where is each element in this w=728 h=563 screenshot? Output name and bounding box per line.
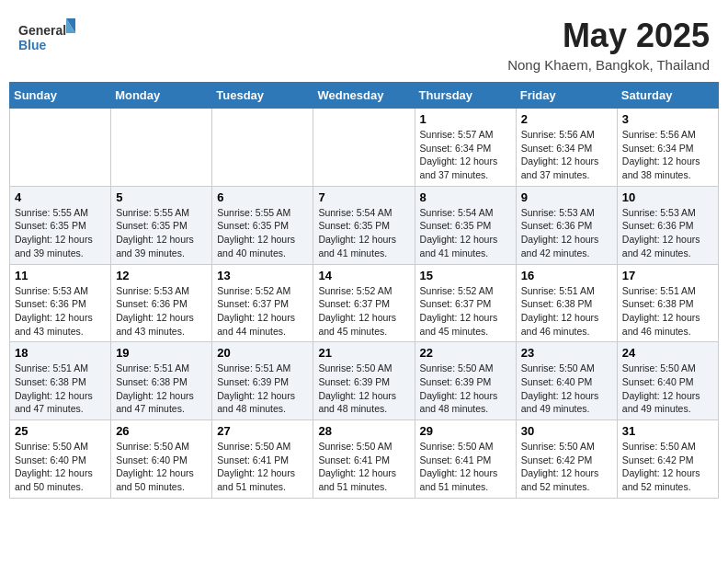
calendar-day-cell [111,109,212,187]
day-info: Sunrise: 5:52 AMSunset: 6:37 PMDaylight:… [420,284,511,339]
calendar-day-cell: 17Sunrise: 5:51 AMSunset: 6:38 PMDayligh… [617,264,718,342]
calendar-week-row: 18Sunrise: 5:51 AMSunset: 6:38 PMDayligh… [10,342,719,420]
calendar-day-cell: 15Sunrise: 5:52 AMSunset: 6:37 PMDayligh… [415,264,516,342]
calendar-week-row: 25Sunrise: 5:50 AMSunset: 6:40 PMDayligh… [10,420,719,499]
weekday-header-cell: Tuesday [212,83,313,109]
svg-text:General: General [18,23,66,38]
day-number: 30 [521,424,612,438]
day-number: 10 [622,190,713,204]
day-number: 7 [318,190,409,204]
svg-text:Blue: Blue [18,38,47,52]
calendar-day-cell: 1Sunrise: 5:57 AMSunset: 6:34 PMDaylight… [415,109,516,187]
weekday-header-cell: Wednesday [313,83,415,109]
calendar-day-cell: 21Sunrise: 5:50 AMSunset: 6:39 PMDayligh… [313,342,415,420]
calendar-day-cell: 31Sunrise: 5:50 AMSunset: 6:42 PMDayligh… [617,420,718,499]
calendar-day-cell: 19Sunrise: 5:51 AMSunset: 6:38 PMDayligh… [111,342,212,420]
day-number: 3 [622,112,713,126]
day-info: Sunrise: 5:50 AMSunset: 6:40 PMDaylight:… [116,440,207,494]
calendar-day-cell: 20Sunrise: 5:51 AMSunset: 6:39 PMDayligh… [212,342,313,420]
day-info: Sunrise: 5:50 AMSunset: 6:41 PMDaylight:… [217,440,308,494]
calendar-body: 1Sunrise: 5:57 AMSunset: 6:34 PMDaylight… [10,109,719,499]
calendar-day-cell: 29Sunrise: 5:50 AMSunset: 6:41 PMDayligh… [415,420,516,499]
day-number: 6 [217,190,308,204]
logo: General Blue [18,17,101,61]
calendar-day-cell: 4Sunrise: 5:55 AMSunset: 6:35 PMDaylight… [10,186,111,264]
calendar-day-cell: 18Sunrise: 5:51 AMSunset: 6:38 PMDayligh… [10,342,111,420]
day-info: Sunrise: 5:50 AMSunset: 6:41 PMDaylight:… [420,440,511,494]
day-number: 11 [15,269,106,282]
calendar-day-cell: 12Sunrise: 5:53 AMSunset: 6:36 PMDayligh… [111,264,212,342]
day-info: Sunrise: 5:50 AMSunset: 6:40 PMDaylight:… [622,362,713,416]
day-number: 28 [318,424,409,438]
location-subtitle: Nong Khaem, Bangkok, Thailand [507,57,710,73]
day-number: 16 [521,269,612,282]
day-info: Sunrise: 5:55 AMSunset: 6:35 PMDaylight:… [116,206,207,260]
weekday-header-cell: Saturday [617,83,718,109]
day-info: Sunrise: 5:51 AMSunset: 6:38 PMDaylight:… [622,284,713,339]
day-info: Sunrise: 5:54 AMSunset: 6:35 PMDaylight:… [318,206,409,260]
day-number: 27 [217,424,308,438]
day-info: Sunrise: 5:55 AMSunset: 6:35 PMDaylight:… [217,206,308,260]
day-number: 23 [521,346,612,360]
calendar-table: SundayMondayTuesdayWednesdayThursdayFrid… [9,82,719,499]
day-number: 24 [622,346,713,360]
day-info: Sunrise: 5:51 AMSunset: 6:38 PMDaylight:… [116,362,207,416]
title-block: May 2025 Nong Khaem, Bangkok, Thailand [507,17,710,73]
day-info: Sunrise: 5:56 AMSunset: 6:34 PMDaylight:… [521,128,612,182]
day-info: Sunrise: 5:52 AMSunset: 6:37 PMDaylight:… [217,284,308,339]
logo-svg: General Blue [18,17,101,57]
day-number: 5 [116,190,207,204]
day-number: 13 [217,269,308,282]
day-number: 25 [15,424,106,438]
calendar-day-cell: 13Sunrise: 5:52 AMSunset: 6:37 PMDayligh… [212,264,313,342]
day-info: Sunrise: 5:50 AMSunset: 6:39 PMDaylight:… [420,362,511,416]
calendar-day-cell [10,109,111,187]
day-number: 22 [420,346,511,360]
day-number: 15 [420,269,511,282]
calendar-day-cell: 8Sunrise: 5:54 AMSunset: 6:35 PMDaylight… [415,186,516,264]
day-number: 1 [420,112,511,126]
day-info: Sunrise: 5:55 AMSunset: 6:35 PMDaylight:… [15,206,106,260]
day-info: Sunrise: 5:50 AMSunset: 6:42 PMDaylight:… [622,440,713,494]
calendar-day-cell: 26Sunrise: 5:50 AMSunset: 6:40 PMDayligh… [111,420,212,499]
day-info: Sunrise: 5:50 AMSunset: 6:40 PMDaylight:… [521,362,612,416]
day-info: Sunrise: 5:57 AMSunset: 6:34 PMDaylight:… [420,128,511,182]
calendar-day-cell: 3Sunrise: 5:56 AMSunset: 6:34 PMDaylight… [617,109,718,187]
calendar-day-cell: 14Sunrise: 5:52 AMSunset: 6:37 PMDayligh… [313,264,415,342]
calendar-day-cell: 6Sunrise: 5:55 AMSunset: 6:35 PMDaylight… [212,186,313,264]
day-number: 17 [622,269,713,282]
calendar-day-cell [313,109,415,187]
day-info: Sunrise: 5:50 AMSunset: 6:39 PMDaylight:… [318,362,409,416]
day-info: Sunrise: 5:53 AMSunset: 6:36 PMDaylight:… [521,206,612,260]
calendar-week-row: 11Sunrise: 5:53 AMSunset: 6:36 PMDayligh… [10,264,719,342]
calendar-day-cell: 25Sunrise: 5:50 AMSunset: 6:40 PMDayligh… [10,420,111,499]
day-info: Sunrise: 5:53 AMSunset: 6:36 PMDaylight:… [622,206,713,260]
day-info: Sunrise: 5:51 AMSunset: 6:38 PMDaylight:… [15,362,106,416]
day-info: Sunrise: 5:53 AMSunset: 6:36 PMDaylight:… [116,284,207,339]
day-number: 18 [15,346,106,360]
month-year-title: May 2025 [507,17,710,55]
day-number: 8 [420,190,511,204]
calendar-day-cell: 10Sunrise: 5:53 AMSunset: 6:36 PMDayligh… [617,186,718,264]
day-number: 9 [521,190,612,204]
weekday-header-cell: Sunday [10,83,111,109]
calendar-day-cell: 2Sunrise: 5:56 AMSunset: 6:34 PMDaylight… [516,109,617,187]
weekday-header-cell: Thursday [415,83,516,109]
day-number: 31 [622,424,713,438]
calendar-day-cell: 27Sunrise: 5:50 AMSunset: 6:41 PMDayligh… [212,420,313,499]
calendar-day-cell: 11Sunrise: 5:53 AMSunset: 6:36 PMDayligh… [10,264,111,342]
page-header: General Blue May 2025 Nong Khaem, Bangko… [9,9,719,78]
day-info: Sunrise: 5:56 AMSunset: 6:34 PMDaylight:… [622,128,713,182]
weekday-header-cell: Monday [111,83,212,109]
day-info: Sunrise: 5:51 AMSunset: 6:38 PMDaylight:… [521,284,612,339]
day-number: 20 [217,346,308,360]
day-info: Sunrise: 5:54 AMSunset: 6:35 PMDaylight:… [420,206,511,260]
day-number: 12 [116,269,207,282]
calendar-day-cell: 28Sunrise: 5:50 AMSunset: 6:41 PMDayligh… [313,420,415,499]
day-number: 26 [116,424,207,438]
calendar-day-cell [212,109,313,187]
weekday-header-row: SundayMondayTuesdayWednesdayThursdayFrid… [10,83,719,109]
day-number: 29 [420,424,511,438]
day-info: Sunrise: 5:51 AMSunset: 6:39 PMDaylight:… [217,362,308,416]
calendar-week-row: 1Sunrise: 5:57 AMSunset: 6:34 PMDaylight… [10,109,719,187]
